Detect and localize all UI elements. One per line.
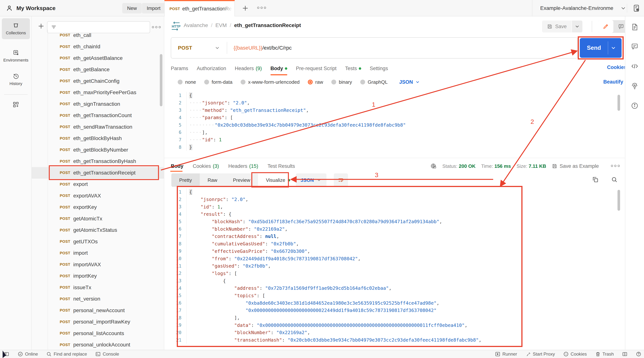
sidebar-add-button[interactable]: [37, 22, 45, 30]
sidebar-request-getUTXOs[interactable]: POSTgetUTXOs: [32, 236, 164, 247]
sidebar-request-personal_importRawKey[interactable]: POSTpersonal_importRawKey: [32, 316, 164, 328]
request-tab-authorization[interactable]: Authorization: [197, 62, 226, 75]
body-language-select[interactable]: JSON: [399, 79, 420, 85]
request-tab-headers[interactable]: Headers(9): [235, 62, 262, 75]
sidebar-request-eth_maxPriorityFeePerGas[interactable]: POSTeth_maxPriorityFeePerGas: [32, 87, 164, 98]
tab-options-button[interactable]: [257, 7, 266, 9]
view-preview[interactable]: Preview: [225, 174, 258, 187]
request-tab-params[interactable]: Params: [171, 62, 188, 75]
sidebar-item-environments[interactable]: Environments: [2, 45, 30, 66]
view-raw[interactable]: Raw: [200, 174, 225, 187]
sidebar-request-importKey[interactable]: POSTimportKey: [32, 270, 164, 282]
sidebar-request-export[interactable]: POSTexport: [32, 179, 164, 190]
runner-button[interactable]: Runner: [495, 351, 517, 357]
sidebar-options-button[interactable]: [152, 26, 161, 28]
sidebar-request-personal_unlockAccount[interactable]: POSTpersonal_unlockAccount: [32, 339, 164, 350]
request-editor-scrollbar[interactable]: [618, 95, 620, 111]
filter-input[interactable]: [59, 25, 142, 30]
url-input[interactable]: {{baseURL}}/ext/bc/C/rpc: [234, 45, 292, 51]
response-tab-cookies[interactable]: Cookies(3): [193, 160, 219, 172]
body-mode-GraphQL[interactable]: GraphQL: [360, 79, 388, 85]
response-scrollbar[interactable]: [618, 190, 620, 211]
breadcrumb-collection[interactable]: Avalanche: [184, 22, 208, 28]
beautify-link[interactable]: Beautify: [603, 79, 623, 85]
response-tab-test-results[interactable]: Test Results: [268, 160, 295, 172]
sidebar-item-history[interactable]: History: [2, 69, 30, 90]
save-options-button[interactable]: [572, 20, 582, 32]
sidebar-request-eth_getTransactionCount[interactable]: POSTeth_getTransactionCount: [32, 110, 164, 121]
search-response-button[interactable]: [611, 176, 618, 183]
response-body-viewer[interactable]: 1{2 "jsonrpc": "2.0",3 "id": 1,4 "result…: [164, 188, 625, 347]
request-tab-pre-request-script[interactable]: Pre-request Script: [296, 62, 336, 75]
info-button[interactable]: [631, 102, 638, 110]
sidebar-request-eth_sendRawTransaction[interactable]: POSTeth_sendRawTransaction: [32, 121, 164, 133]
cookies-manager-button[interactable]: Cookies: [563, 351, 587, 357]
code-snippet-button[interactable]: [631, 62, 638, 70]
send-button[interactable]: Send: [580, 38, 622, 58]
documentation-button[interactable]: [631, 23, 638, 31]
edit-mode-button[interactable]: [598, 20, 614, 33]
sidebar-request-personal_listAccounts[interactable]: POSTpersonal_listAccounts: [32, 328, 164, 339]
console-button[interactable]: Console: [95, 351, 119, 357]
environment-quick-look-button[interactable]: [627, 4, 641, 13]
breadcrumb-request-name[interactable]: eth_getTransactionReceipt: [234, 22, 301, 28]
save-button[interactable]: Save: [542, 20, 572, 32]
new-tab-button[interactable]: [241, 4, 250, 12]
sidebar-request-exportAVAX[interactable]: POSTexportAVAX: [32, 190, 164, 201]
response-tab-body[interactable]: Body: [171, 160, 184, 172]
sidebar-request-eth_getBlockByHash[interactable]: POSTeth_getBlockByHash: [32, 133, 164, 144]
new-button[interactable]: New: [122, 3, 142, 13]
body-mode-none[interactable]: none: [178, 79, 196, 85]
sidebar-request-eth_getBalance[interactable]: POSTeth_getBalance: [32, 64, 164, 75]
view-pretty[interactable]: Pretty: [171, 174, 200, 187]
pane-splitter[interactable]: [164, 158, 625, 158]
sidebar-request-importAVAX[interactable]: POSTimportAVAX: [32, 259, 164, 270]
help-button[interactable]: [636, 351, 642, 357]
request-tab-tests[interactable]: Tests: [345, 62, 361, 75]
import-button[interactable]: Import: [142, 3, 166, 13]
body-mode-binary[interactable]: binary: [331, 79, 352, 85]
sidebar-request-eth_getBlockByNumber[interactable]: POSTeth_getBlockByNumber: [32, 144, 164, 156]
body-mode-raw[interactable]: raw: [308, 79, 323, 85]
body-mode-x-www-form-urlencoded[interactable]: x-www-form-urlencoded: [240, 79, 300, 85]
comments-panel-button[interactable]: [631, 42, 638, 50]
breadcrumb-folder[interactable]: EVM: [216, 22, 227, 28]
sidebar-request-issueTx[interactable]: POSTissueTx: [32, 282, 164, 293]
sidebar-request-personal_newAccount[interactable]: POSTpersonal_newAccount: [32, 305, 164, 316]
sidebar-request-eth_getChainConfig[interactable]: POSTeth_getChainConfig: [32, 75, 164, 87]
sidebar-request-eth_chainId[interactable]: POSTeth_chainId: [32, 41, 164, 53]
wrap-lines-button[interactable]: [334, 174, 348, 187]
related-requests-button[interactable]: [631, 82, 638, 90]
online-status[interactable]: Online: [18, 351, 38, 357]
sidebar-scrollbar[interactable]: [160, 54, 162, 106]
sidebar-request-net_version[interactable]: POSTnet_version: [32, 293, 164, 305]
environment-selector[interactable]: Example-Avalanche-Environme: [532, 0, 644, 16]
method-select[interactable]: POST: [178, 45, 192, 51]
sidebar-request-eth_signTransaction[interactable]: POSTeth_signTransaction: [32, 98, 164, 110]
sidebar-request-eth_call[interactable]: POSTeth_call: [32, 29, 164, 41]
trash-button[interactable]: Trash: [595, 351, 614, 357]
request-tab-settings[interactable]: Settings: [370, 62, 388, 75]
sidebar-request-eth_getTransactionReceipt[interactable]: POSTeth_getTransactionReceipt: [32, 167, 164, 179]
workspace-switcher[interactable]: My Workspace: [6, 0, 56, 16]
sidebar-request-eth_getTransactionByHash[interactable]: POSTeth_getTransactionByHash: [32, 156, 164, 167]
configure-tools-button[interactable]: [2, 96, 30, 113]
save-as-example-button[interactable]: Save as Example: [552, 163, 599, 169]
sidebar-request-import[interactable]: POSTimport: [32, 247, 164, 259]
sidebar-request-exportKey[interactable]: POSTexportKey: [32, 201, 164, 213]
view-visualize[interactable]: Visualize: [258, 174, 298, 187]
cookies-link[interactable]: Cookies: [607, 64, 627, 70]
request-tab-open[interactable]: POST eth_getTransactionRece: [164, 0, 235, 16]
toggle-sidebar-button[interactable]: [4, 351, 9, 357]
two-pane-view-button[interactable]: [622, 351, 628, 357]
response-language-select[interactable]: JSON: [296, 174, 326, 187]
body-mode-form-data[interactable]: form-data: [204, 79, 232, 85]
copy-response-button[interactable]: [592, 176, 599, 183]
response-options-button[interactable]: [611, 165, 620, 167]
start-proxy-button[interactable]: Start Proxy: [525, 351, 555, 357]
sidebar-request-getAtomicTx[interactable]: POSTgetAtomicTx: [32, 213, 164, 224]
sidebar-request-getAtomicTxStatus[interactable]: POSTgetAtomicTxStatus: [32, 224, 164, 236]
response-tab-headers[interactable]: Headers(15): [228, 160, 258, 172]
request-body-editor[interactable]: 1{2····"jsonrpc": "2.0",3····"method": "…: [164, 92, 625, 158]
find-and-replace-button[interactable]: Find and replace: [46, 351, 87, 357]
